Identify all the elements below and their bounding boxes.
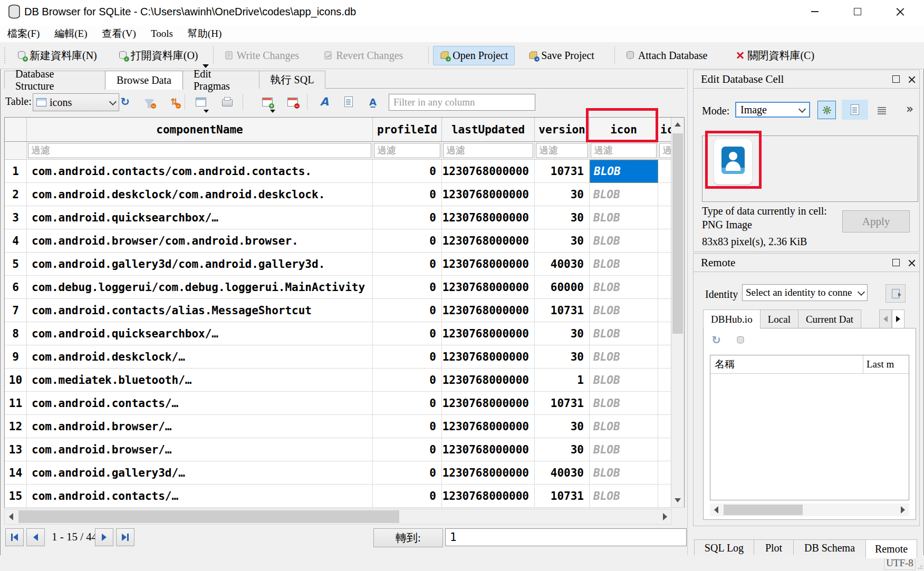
cell-component-name[interactable]: com.mediatek.bluetooth/… [27, 369, 373, 392]
cell-last-updated[interactable]: 1230768000000 [442, 345, 535, 369]
close-button[interactable] [883, 0, 917, 23]
cell-last-updated[interactable]: 1230768000000 [442, 206, 535, 229]
remote-tab-current-database[interactable]: Current Dat [798, 309, 861, 328]
clear-sorting-button[interactable]: ⇅− [166, 94, 182, 110]
first-page-button[interactable] [5, 528, 24, 546]
row-number[interactable]: 4 [5, 229, 27, 253]
tab-execute-sql[interactable]: 執行 SQL [259, 71, 325, 89]
cell-component-name[interactable]: com.android.contacts/alias.MessageShortc… [27, 299, 373, 322]
cell-profile-id[interactable]: 0 [373, 229, 442, 253]
cell-icon-blob[interactable]: BLOB [590, 485, 658, 508]
table-row[interactable]: 14com.android.gallery3d/…012307680000004… [5, 461, 684, 485]
row-number[interactable]: 14 [5, 461, 27, 485]
table-row[interactable]: 6com.debug.loggerui/com.debug.loggerui.M… [5, 276, 684, 299]
cell-icon-blob[interactable]: BLOB [590, 276, 658, 299]
cell-last-updated[interactable]: 1230768000000 [442, 461, 535, 485]
cell-last-updated[interactable]: 1230768000000 [442, 253, 535, 276]
column-header-profileId[interactable]: profileId [373, 118, 442, 141]
cell-last-updated[interactable]: 1230768000000 [442, 392, 535, 415]
table-row[interactable]: 10com.mediatek.bluetooth/…01230768000000… [5, 369, 684, 392]
remote-horizontal-scrollbar[interactable] [710, 504, 909, 516]
previous-page-button[interactable] [26, 528, 45, 546]
last-page-button[interactable] [116, 528, 134, 546]
cell-icon-blob[interactable]: BLOB [590, 461, 658, 485]
dock-tab-db-schema[interactable]: DB Schema [793, 539, 866, 556]
cell-profile-id[interactable]: 0 [373, 206, 442, 229]
cell-icon-blob[interactable]: BLOB [590, 229, 658, 253]
cell-last-updated[interactable]: 1230768000000 [442, 415, 535, 438]
cell-version[interactable]: 30 [535, 345, 590, 369]
save-project-button[interactable]: ▪ Save Project [522, 46, 601, 65]
table-row[interactable]: 4com.android.browser/com.android.browser… [5, 229, 684, 253]
cell-version[interactable]: 10731 [535, 299, 590, 322]
save-table-as-button[interactable] [193, 94, 209, 110]
cell-component-name[interactable]: com.android.quicksearchbox/… [27, 322, 373, 345]
minimize-button[interactable] [798, 0, 832, 23]
edit-display-format-button[interactable]: A [316, 94, 332, 110]
identity-select[interactable]: Select an identity to conne [742, 284, 868, 301]
cell-profile-id[interactable]: 0 [373, 438, 442, 461]
filter-version-input[interactable] [536, 143, 588, 158]
row-number[interactable]: 1 [5, 160, 27, 183]
toolbar-overflow-button[interactable]: » [906, 102, 913, 115]
table-row[interactable]: 1com.android.contacts/com.android.contac… [5, 160, 684, 183]
cell-version[interactable]: 30 [535, 322, 590, 345]
close-panel-icon[interactable] [908, 259, 915, 266]
cell-version[interactable]: 30 [535, 438, 590, 461]
delete-record-button[interactable]: − [285, 94, 301, 110]
cell-version[interactable]: 40030 [535, 253, 590, 276]
set-encoding-button[interactable]: A̲ [365, 94, 381, 110]
apply-button[interactable]: Apply [842, 210, 910, 233]
cell-icon-blob[interactable]: BLOB [590, 160, 658, 183]
maximize-button[interactable] [841, 0, 874, 23]
tab-scroll-left-button[interactable] [879, 309, 892, 328]
filter-profileId-input[interactable] [374, 143, 440, 158]
scroll-right-icon[interactable] [663, 513, 667, 520]
cell-version[interactable]: 10731 [535, 485, 590, 508]
table-row[interactable]: 5com.android.gallery3d/com.android.galle… [5, 253, 684, 276]
horizontal-scroll-thumb[interactable] [18, 510, 399, 523]
row-number[interactable]: 6 [5, 276, 27, 299]
table-row[interactable]: 2com.android.deskclock/com.android.deskc… [5, 183, 684, 206]
cell-icon-blob[interactable]: BLOB [590, 322, 658, 345]
cell-icon-blob[interactable]: BLOB [590, 253, 658, 276]
cell-profile-id[interactable]: 0 [373, 299, 442, 322]
scroll-down-icon[interactable] [675, 498, 681, 502]
dock-tab-plot[interactable]: Plot [754, 539, 794, 556]
row-number[interactable]: 5 [5, 253, 27, 276]
row-number[interactable]: 12 [5, 415, 27, 438]
cell-version[interactable]: 10731 [535, 392, 590, 415]
remote-column-last-modified[interactable]: Last m [863, 355, 909, 373]
cell-icon-blob[interactable]: BLOB [590, 206, 658, 229]
dock-tab-sql-log[interactable]: SQL Log [694, 539, 754, 556]
clear-filters-button[interactable]: − [141, 94, 157, 110]
print-button[interactable] [219, 94, 235, 110]
open-project-button[interactable]: › Open Project [433, 46, 515, 65]
table-row[interactable]: 9com.android.deskclock/…0123076800000030… [5, 345, 684, 369]
cell-component-name[interactable]: com.android.contacts/… [27, 392, 373, 415]
cell-last-updated[interactable]: 1230768000000 [442, 160, 535, 183]
cell-profile-id[interactable]: 0 [373, 369, 442, 392]
close-panel-icon[interactable] [908, 76, 915, 83]
next-page-button[interactable] [95, 528, 113, 546]
cell-last-updated[interactable]: 1230768000000 [442, 229, 535, 253]
cell-profile-id[interactable]: 0 [373, 392, 442, 415]
float-panel-icon[interactable] [892, 259, 900, 266]
cell-version[interactable]: 60000 [535, 276, 590, 299]
row-number[interactable]: 7 [5, 299, 27, 322]
remote-column-name[interactable]: 名稱 [710, 355, 863, 373]
dock-tab-remote[interactable]: Remote [865, 539, 917, 558]
goto-record-input[interactable] [445, 528, 687, 546]
cell-component-name[interactable]: com.android.contacts/com.android.contact… [27, 160, 373, 183]
resize-grip[interactable] [918, 564, 923, 569]
row-number[interactable]: 10 [5, 369, 27, 392]
dock-splitter[interactable] [687, 69, 688, 556]
tab-edit-pragmas[interactable]: Edit Pragmas [182, 71, 259, 89]
cell-version[interactable]: 30 [535, 183, 590, 206]
cell-component-name[interactable]: com.android.browser/… [27, 415, 373, 438]
write-changes-button[interactable]: Write Changes [218, 46, 306, 65]
remote-scroll-thumb[interactable] [724, 505, 803, 515]
scroll-up-icon[interactable] [675, 122, 681, 127]
tab-scroll-right-button[interactable] [892, 309, 904, 328]
cell-component-name[interactable]: com.android.gallery3d/… [27, 461, 373, 485]
